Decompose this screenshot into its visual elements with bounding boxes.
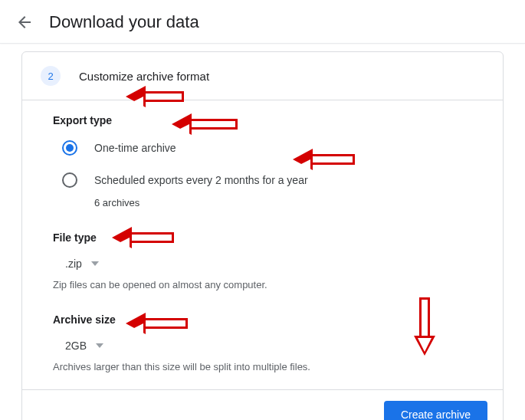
chevron-down-icon	[91, 261, 99, 266]
archive-size-label: Archive size	[53, 313, 472, 326]
step-header: 2 Customize archive format	[22, 52, 503, 100]
page-title: Download your data	[49, 12, 199, 32]
radio-label: One-time archive	[94, 142, 176, 154]
radio-scheduled-exports[interactable]: Scheduled exports every 2 months for a y…	[53, 169, 472, 194]
file-type-label: File type	[53, 231, 472, 244]
header-divider	[0, 43, 525, 44]
radio-one-time-archive[interactable]: One-time archive	[53, 137, 472, 162]
archive-size-section: Archive size 2GB Archives larger than th…	[53, 313, 472, 372]
archive-size-helper: Archives larger than this size will be s…	[53, 361, 472, 372]
step-title: Customize archive format	[79, 70, 209, 83]
archive-size-selected: 2GB	[65, 340, 87, 352]
page-header: Download your data	[0, 0, 525, 43]
create-archive-button[interactable]: Create archive	[384, 401, 487, 420]
archive-size-dropdown[interactable]: 2GB	[53, 336, 116, 355]
back-arrow-icon[interactable]	[15, 13, 34, 31]
radio-icon	[62, 172, 77, 188]
panel-content: Export type One-time archive Scheduled e…	[22, 100, 503, 389]
file-type-section: File type .zip Zip files can be opened o…	[53, 231, 472, 290]
radio-icon	[62, 140, 77, 156]
file-type-helper: Zip files can be opened on almost any co…	[53, 279, 472, 290]
file-type-dropdown[interactable]: .zip	[53, 254, 111, 273]
export-type-label: Export type	[53, 114, 472, 126]
file-type-selected: .zip	[65, 258, 82, 270]
radio-label: Scheduled exports every 2 months for a y…	[94, 174, 308, 186]
radio-subtext: 6 archives	[94, 197, 472, 208]
chevron-down-icon	[96, 343, 103, 348]
step-number-badge: 2	[41, 66, 61, 86]
main-panel: 2 Customize archive format Export type O…	[21, 51, 504, 420]
panel-footer: Create archive	[22, 389, 503, 420]
